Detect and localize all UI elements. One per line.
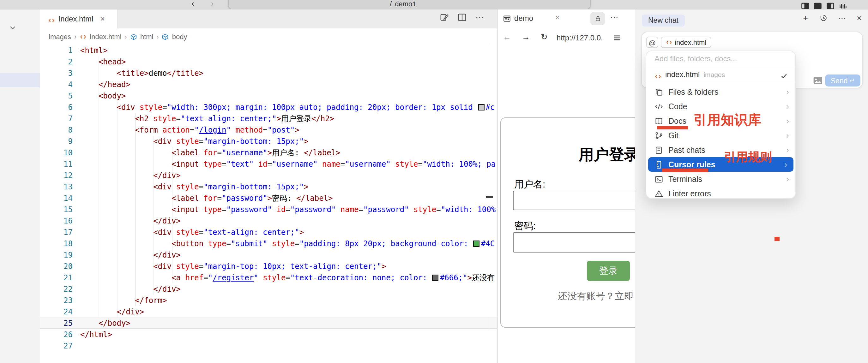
line-number[interactable]: 27 (40, 340, 80, 352)
code-line[interactable]: 10 <label for="username">用户名: </label> (40, 147, 497, 159)
image-attach-icon[interactable] (813, 76, 823, 84)
username-field[interactable] (513, 191, 635, 210)
url-field[interactable]: http://127.0.0. (557, 33, 603, 42)
breadcrumb-item-html[interactable]: html (140, 33, 154, 40)
open-changes-icon[interactable] (440, 12, 449, 22)
line-number[interactable]: 22 (40, 284, 80, 295)
line-number[interactable]: 20 (40, 261, 80, 272)
new-chat-plus-icon[interactable]: + (801, 14, 810, 23)
menu-item-terminals[interactable]: Terminals› (646, 172, 795, 186)
code-line[interactable]: 5 <body> (40, 90, 497, 102)
line-number[interactable]: 9 (40, 136, 80, 147)
line-number[interactable]: 23 (40, 295, 80, 306)
code-line[interactable]: 16 </div> (40, 215, 497, 227)
code-line[interactable]: 1<html> (40, 45, 497, 56)
code-line[interactable]: 3 <title>demo</title> (40, 68, 497, 79)
send-button[interactable]: Send ↵ (825, 74, 861, 87)
line-number[interactable]: 10 (40, 147, 80, 159)
background-window-tab[interactable]: / demo1 (228, 0, 591, 9)
line-number[interactable]: 6 (40, 102, 80, 113)
code-line[interactable]: 21 <a href="/register" style="text-decor… (40, 272, 497, 284)
history-icon[interactable] (819, 14, 828, 23)
line-number[interactable]: 17 (40, 227, 80, 238)
code-line[interactable]: 12 </div> (40, 170, 497, 181)
more-icon[interactable]: ⋯ (838, 14, 846, 23)
code-line[interactable]: 13 <div style="margin-bottom: 15px;"> (40, 181, 497, 193)
hamburger-menu-icon[interactable] (613, 33, 622, 42)
forward-arrow-icon[interactable]: → (522, 33, 530, 42)
line-number[interactable]: 4 (40, 79, 80, 90)
code-line[interactable]: 4 </head> (40, 79, 497, 90)
line-number[interactable]: 25 (40, 318, 80, 329)
waveform-icon[interactable] (839, 1, 847, 7)
browser-tab-label[interactable]: demo (514, 14, 533, 23)
back-arrow-icon[interactable]: ← (503, 33, 511, 42)
line-number[interactable]: 2 (40, 56, 80, 68)
menu-item-git[interactable]: Git› (646, 128, 795, 143)
line-number[interactable]: 15 (40, 204, 80, 215)
window-back-icon[interactable]: ‹ (191, 0, 194, 9)
code-line[interactable]: 23 </form> (40, 295, 497, 306)
code-line[interactable]: 18 <button type="submit" style="padding:… (40, 238, 497, 250)
panel-toggle-icon[interactable] (814, 1, 822, 7)
menu-item-linter-errors[interactable]: Linter errors (646, 186, 795, 199)
code-line[interactable]: 8 <form action="/login" method="post"> (40, 124, 497, 136)
code-line[interactable]: 20 <div style="margin-top: 10px; text-al… (40, 261, 497, 272)
line-number[interactable]: 18 (40, 238, 80, 250)
more-actions-icon[interactable]: ⋯ (475, 12, 485, 22)
code-line[interactable]: 9 <div style="margin-bottom: 15px;"> (40, 136, 497, 147)
line-number[interactable]: 14 (40, 193, 80, 204)
menu-search-input[interactable] (646, 51, 795, 66)
split-editor-icon[interactable] (457, 12, 467, 22)
breadcrumb-item-images[interactable]: images (49, 33, 71, 40)
line-number[interactable]: 21 (40, 272, 80, 284)
line-number[interactable]: 19 (40, 250, 80, 261)
code-line[interactable]: 11 <input type="text" id="username" name… (40, 159, 497, 170)
line-number[interactable]: 11 (40, 159, 80, 170)
menu-item-index-html[interactable]: index.html images (646, 66, 795, 83)
code-line[interactable]: 24 </div> (40, 306, 497, 318)
login-submit-button[interactable]: 登录 (587, 261, 630, 281)
password-field[interactable] (513, 232, 635, 253)
menu-item-past-chats[interactable]: Past chats› (646, 143, 795, 157)
menu-item-files-folders[interactable]: Files & folders› (646, 85, 795, 99)
code-line[interactable]: 6 <div style="width: 300px; margin: 100p… (40, 102, 497, 113)
code-line[interactable]: 2 <head> (40, 56, 497, 68)
more-icon[interactable]: ⋯ (610, 12, 618, 22)
close-icon[interactable]: × (555, 13, 560, 22)
code-line[interactable]: 14 <label for="password">密码: </label> (40, 193, 497, 204)
window-forward-icon[interactable]: › (211, 0, 214, 9)
line-number[interactable]: 16 (40, 215, 80, 227)
close-icon[interactable]: × (100, 15, 104, 23)
code-line[interactable]: 25 </body> (40, 318, 497, 329)
code-line[interactable]: 7 <h2 style="text-align: center;">用户登录</… (40, 113, 497, 124)
line-number[interactable]: 24 (40, 306, 80, 318)
line-number[interactable]: 8 (40, 124, 80, 136)
close-icon[interactable]: × (855, 14, 864, 23)
line-number[interactable]: 26 (40, 329, 80, 340)
rightbar-toggle-icon[interactable] (826, 1, 835, 7)
breadcrumb-item-body[interactable]: body (172, 33, 187, 40)
code-line[interactable]: 26</html> (40, 329, 497, 340)
line-number[interactable]: 12 (40, 170, 80, 181)
sidebar-toggle-icon[interactable] (801, 1, 809, 7)
code-line[interactable]: 19 </div> (40, 250, 497, 261)
edit-tab-index-html[interactable]: index.html × (40, 9, 118, 28)
breadcrumb-item-index-html[interactable]: index.html (90, 33, 121, 40)
line-number[interactable]: 5 (40, 90, 80, 102)
code-line[interactable]: 15 <input type="password" id="password" … (40, 204, 497, 215)
code-line[interactable]: 22 </div> (40, 284, 497, 295)
reload-icon[interactable]: ↻ (541, 33, 548, 42)
chevron-down-icon[interactable] (7, 23, 18, 32)
lock-button[interactable] (590, 12, 605, 25)
at-mention-button[interactable]: @ (646, 37, 658, 48)
context-pill-index-html[interactable]: index.html (661, 37, 711, 48)
code-line[interactable]: 17 <div style="text-align: center;"> (40, 227, 497, 238)
code-line[interactable]: 27 (40, 340, 497, 352)
line-number[interactable]: 1 (40, 45, 80, 56)
chat-tab-new-chat[interactable]: New chat (642, 14, 685, 27)
line-number[interactable]: 13 (40, 181, 80, 193)
register-link[interactable]: 还没有账号？立即 (558, 290, 633, 302)
line-number[interactable]: 3 (40, 68, 80, 79)
code-area[interactable]: 1<html>2 <head>3 <title>demo</title>4 </… (40, 45, 497, 363)
